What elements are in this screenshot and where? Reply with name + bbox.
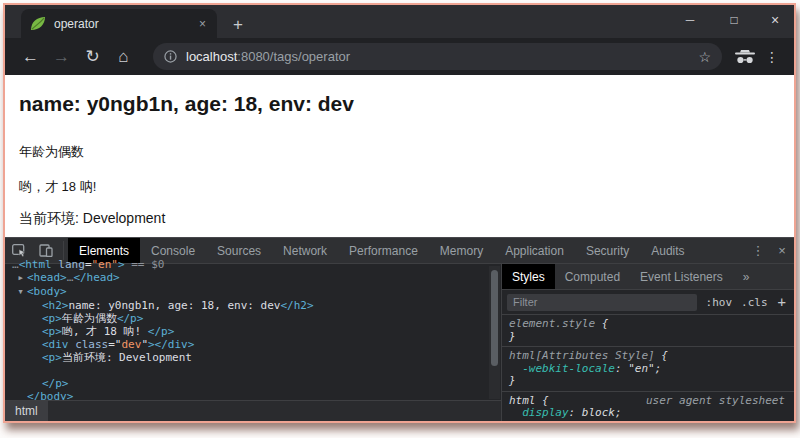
browser-toolbar: ← → ↻ ⌂ localhost:8080/tags/operator ☆ ⋮ [5, 38, 794, 75]
devtools-tab-application[interactable]: Application [494, 238, 575, 263]
address-bar[interactable]: localhost:8080/tags/operator ☆ [153, 43, 722, 70]
window-close-button[interactable]: × [756, 12, 794, 28]
dom-tree-row[interactable] [5, 364, 501, 377]
dom-tree-row[interactable]: </p> [5, 377, 501, 390]
home-icon[interactable]: ⌂ [108, 47, 139, 67]
dom-tree-row[interactable]: <p>哟, 才 18 呐! </p> [5, 325, 501, 338]
styles-panel: StylesComputedEvent Listeners» Filter :h… [502, 264, 794, 421]
elements-scrollbar[interactable] [489, 266, 500, 399]
browser-menu-icon[interactable]: ⋮ [760, 49, 784, 65]
url-host: localhost [186, 49, 237, 64]
url-path: :8080/tags/operator [237, 49, 350, 64]
devtools-menu-icon[interactable]: ⋮ [746, 243, 770, 258]
info-icon[interactable] [164, 50, 177, 63]
scrollbar-thumb[interactable] [491, 270, 498, 366]
elements-panel: …<html lang="en"> == $0▶<head>…</head>▼<… [5, 264, 502, 421]
dom-tree-row[interactable]: <h2>name: y0ngb1n, age: 18, env: dev</h2… [5, 299, 501, 312]
expand-arrow-open-icon[interactable]: ▼ [14, 286, 27, 299]
dom-tree-row[interactable]: ▶<head>…</head> [5, 271, 501, 285]
css-rule[interactable]: element.style {} [502, 315, 794, 347]
browser-window: operator × + ─ □ × ← → ↻ ⌂ localhost:808… [3, 3, 796, 423]
window-controls: ─ □ × [668, 5, 794, 35]
new-style-rule-button[interactable]: + [778, 294, 786, 310]
devtools-tab-audits[interactable]: Audits [640, 238, 695, 263]
reload-icon[interactable]: ↻ [77, 46, 108, 67]
dom-tree: …<html lang="en"> == $0▶<head>…</head>▼<… [5, 258, 501, 400]
url-text[interactable]: localhost:8080/tags/operator [186, 49, 698, 64]
page-heading: name: y0ngb1n, age: 18, env: dev [19, 92, 780, 116]
new-tab-button[interactable]: + [233, 16, 243, 33]
breadcrumb-item-html[interactable]: html [5, 401, 48, 421]
styles-pane-tab-»[interactable]: » [733, 264, 760, 289]
forward-icon[interactable]: → [46, 47, 77, 67]
css-rule[interactable]: html[Attributes Style] { -webkit-locale:… [502, 347, 794, 392]
styles-filter-bar: Filter :hov .cls + [502, 290, 794, 315]
styles-pane-tab-styles[interactable]: Styles [502, 264, 555, 289]
dom-tree-row[interactable]: <p>年龄为偶数</p> [5, 312, 501, 325]
bookmark-star-icon[interactable]: ☆ [698, 49, 711, 65]
dom-tree-row[interactable]: <div class="dev"></div> [5, 338, 501, 351]
dom-tree-row[interactable]: <p>当前环境: Development [5, 351, 501, 364]
devtools-tab-security[interactable]: Security [575, 238, 640, 263]
dom-tree-row[interactable]: </body> [5, 390, 501, 400]
incognito-icon [730, 50, 760, 64]
dom-tree-row[interactable]: ▼<body> [5, 285, 501, 299]
toggle-hover-state-button[interactable]: :hov [706, 296, 733, 309]
page-paragraph: 当前环境: Development [19, 210, 780, 228]
css-rule[interactable]: html {user agent stylesheet display: blo… [502, 392, 794, 422]
tab-close-icon[interactable]: × [197, 17, 208, 31]
toggle-class-button[interactable]: .cls [741, 296, 768, 309]
styles-pane-tabs: StylesComputedEvent Listeners» [502, 264, 794, 290]
page-content: name: y0ngb1n, age: 18, env: dev 年龄为偶数 哟… [5, 75, 794, 237]
styles-filter-input[interactable]: Filter [507, 294, 697, 311]
dom-breadcrumb-bar: html [5, 400, 501, 421]
tab-title: operator [54, 17, 197, 31]
dom-tree-row[interactable]: …<html lang="en"> == $0 [5, 258, 501, 271]
css-rule-blocks: element.style {}html[Attributes Style] {… [502, 315, 794, 421]
maximize-button[interactable]: □ [712, 13, 756, 27]
styles-pane-tab-computed[interactable]: Computed [555, 264, 630, 289]
page-paragraph: 哟，才 18 呐! [19, 178, 780, 196]
stylesheet-origin-note: user agent stylesheet [646, 395, 787, 408]
styles-pane-tab-event-listeners[interactable]: Event Listeners [630, 264, 733, 289]
spring-leaf-icon [30, 16, 46, 32]
browser-tab[interactable]: operator × [21, 9, 217, 38]
back-icon[interactable]: ← [15, 47, 46, 67]
expand-arrow-closed-icon[interactable]: ▶ [14, 272, 27, 285]
devtools-close-icon[interactable]: × [770, 243, 794, 258]
page-paragraph: 年龄为偶数 [19, 143, 780, 161]
titlebar: operator × + ─ □ × [5, 5, 794, 38]
devtools: ElementsConsoleSourcesNetworkPerformance… [5, 237, 794, 421]
minimize-button[interactable]: ─ [668, 13, 712, 27]
